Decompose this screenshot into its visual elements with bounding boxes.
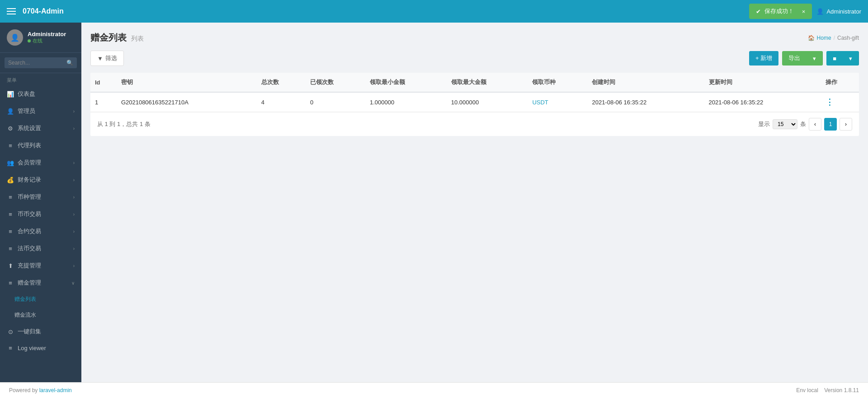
breadcrumb-home[interactable]: Home — [817, 35, 831, 41]
toolbar-left: ▼ 筛选 — [90, 51, 124, 66]
sidebar-subitem-cashgift-list[interactable]: 赠金列表 — [0, 291, 81, 307]
export-dropdown-icon: ▾ — [813, 55, 816, 62]
chevron-right-icon9: › — [73, 263, 75, 268]
breadcrumb-current: Cash-gift — [837, 35, 859, 41]
toast-close[interactable]: × — [802, 8, 806, 15]
col-updated: 更新时间 — [704, 73, 821, 92]
sidebar: 👤 Administrator 在线 🔍 菜单 📊 仪表盘 — [0, 23, 81, 382]
col-min-amount: 领取最小金额 — [365, 73, 447, 92]
export-btn-group: 导出 ▾ — [782, 51, 823, 66]
home-icon: 🏠 — [808, 35, 815, 41]
prev-page-button[interactable]: ‹ — [809, 118, 821, 131]
page-heading: 赠金列表 列表 — [90, 32, 144, 44]
sidebar-item-contract[interactable]: ≡ 合约交易 › — [0, 223, 81, 240]
cashgift-label: 赠金管理 — [18, 279, 41, 287]
online-dot — [28, 39, 31, 42]
table-row: 1 G202108061635221710A 4 0 1.000000 10.0… — [90, 92, 859, 112]
env-text: Env local — [796, 387, 818, 393]
breadcrumb-bar: 赠金列表 列表 🏠 Home / Cash-gift — [90, 32, 859, 44]
onekey-icon: ⊙ — [7, 328, 14, 335]
footer-left: Powered by laravel-admin — [9, 387, 72, 393]
chevron-right-icon6: › — [73, 212, 75, 217]
header-left: 0704-Admin — [7, 7, 64, 15]
cell-updated: 2021-08-06 16:35:22 — [704, 92, 821, 112]
footer: Powered by laravel-admin Env local Versi… — [0, 382, 868, 398]
chevron-right-icon2: › — [73, 126, 75, 131]
toolbar: ▼ 筛选 + 新增 导出 ▾ ■ ▾ — [90, 51, 859, 66]
trade-icon: ≡ — [7, 211, 14, 218]
filter-button[interactable]: ▼ 筛选 — [90, 51, 124, 66]
sidebar-item-logviewer[interactable]: ≡ Log viewer — [0, 340, 81, 356]
chevron-right-icon7: › — [73, 229, 75, 234]
agent-icon: ≡ — [7, 142, 14, 149]
dashboard-icon: 📊 — [7, 91, 14, 98]
col-id: Id — [90, 73, 117, 92]
admin-icon: 👤 — [7, 108, 14, 115]
hamburger-button[interactable] — [7, 8, 16, 14]
laravel-admin-link[interactable]: laravel-admin — [39, 387, 72, 393]
sidebar-item-trade[interactable]: ≡ 币币交易 › — [0, 206, 81, 223]
sidebar-item-dashboard[interactable]: 📊 仪表盘 — [0, 85, 81, 103]
breadcrumb-separator: / — [834, 35, 835, 41]
logviewer-label: Log viewer — [18, 345, 46, 351]
cell-max-amount: 10.000000 — [447, 92, 528, 112]
top-header: 0704-Admin ✔ 保存成功！ × 👤 Administrator — [0, 0, 868, 23]
page-size-select[interactable]: 15 30 50 100 — [773, 119, 797, 129]
user-menu[interactable]: 👤 Administrator — [816, 8, 861, 15]
pagination-summary: 从 1 到 1，总共 1 条 — [97, 120, 151, 128]
chevron-down-icon: ∨ — [71, 281, 75, 286]
sidebar-item-agent[interactable]: ≡ 代理列表 — [0, 137, 81, 154]
sidebar-item-admin[interactable]: 👤 管理员 › — [0, 103, 81, 120]
dashboard-label: 仪表盘 — [18, 90, 35, 98]
trade-label: 币币交易 — [18, 210, 41, 218]
pagination-bar: 从 1 到 1，总共 1 条 显示 15 30 50 100 条 ‹ 1 › — [90, 112, 859, 136]
online-status: 在线 — [28, 37, 66, 44]
new-button[interactable]: + 新增 — [749, 51, 778, 66]
check-icon: ✔ — [756, 8, 761, 15]
toast-message: 保存成功！ — [764, 7, 794, 15]
columns-button[interactable]: ■ — [826, 51, 843, 66]
sidebar-item-currency[interactable]: ≡ 币种管理 › — [0, 188, 81, 206]
currency-icon: ≡ — [7, 194, 14, 201]
sidebar-item-recharge[interactable]: ⬆ 充提管理 › — [0, 257, 81, 274]
export-button[interactable]: 导出 — [782, 51, 807, 66]
col-action: 操作 — [821, 73, 859, 92]
next-page-button[interactable]: › — [840, 118, 852, 131]
sidebar-item-fiat[interactable]: ≡ 法币交易 › — [0, 240, 81, 257]
cell-action[interactable]: ⋮ — [821, 92, 859, 112]
chevron-right-icon4: › — [73, 178, 75, 183]
sidebar-item-cashgift[interactable]: ≡ 赠金管理 ∨ — [0, 274, 81, 291]
finance-label: 财务记录 — [18, 176, 41, 184]
sidebar-item-member[interactable]: 👥 会员管理 › — [0, 154, 81, 171]
fiat-icon: ≡ — [7, 245, 14, 252]
cell-min-amount: 1.000000 — [365, 92, 447, 112]
chevron-right-icon3: › — [73, 160, 75, 165]
data-table: Id 密钥 总次数 已领次数 领取最小金额 领取最大金额 领取币种 创建时间 更… — [90, 73, 859, 112]
export-dropdown-button[interactable]: ▾ — [807, 51, 823, 66]
recharge-label: 充提管理 — [18, 262, 41, 270]
page-title: 赠金列表 — [90, 32, 127, 44]
columns-dropdown-button[interactable]: ▾ — [843, 51, 859, 66]
avatar: 👤 — [7, 29, 23, 46]
status-text: 在线 — [33, 37, 42, 44]
per-page-unit: 条 — [800, 120, 806, 128]
sidebar-item-onekey[interactable]: ⊙ 一键归集 — [0, 323, 81, 340]
success-toast: ✔ 保存成功！ × — [749, 4, 812, 19]
page-1-button[interactable]: 1 — [824, 118, 837, 131]
cell-key: G202108061635221710A — [117, 92, 257, 112]
sidebar-subitem-cashgift-flow[interactable]: 赠金流水 — [0, 307, 81, 323]
sidebar-item-system[interactable]: ⚙ 系统设置 › — [0, 120, 81, 137]
sidebar-user: 👤 Administrator 在线 — [0, 23, 81, 53]
sidebar-item-finance[interactable]: 💰 财务记录 › — [0, 171, 81, 188]
system-label: 系统设置 — [18, 124, 41, 132]
finance-icon: 💰 — [7, 177, 14, 183]
header-username: Administrator — [826, 8, 861, 15]
table-header-row: Id 密钥 总次数 已领次数 领取最小金额 领取最大金额 领取币种 创建时间 更… — [90, 73, 859, 92]
chevron-right-icon: › — [73, 109, 75, 114]
search-input[interactable] — [8, 60, 66, 66]
contract-icon: ≡ — [7, 228, 14, 235]
toolbar-right: + 新增 导出 ▾ ■ ▾ — [749, 51, 859, 66]
cashgift-list-label: 赠金列表 — [14, 295, 36, 303]
breadcrumb: 🏠 Home / Cash-gift — [808, 35, 859, 41]
page-subtitle: 列表 — [131, 35, 144, 43]
